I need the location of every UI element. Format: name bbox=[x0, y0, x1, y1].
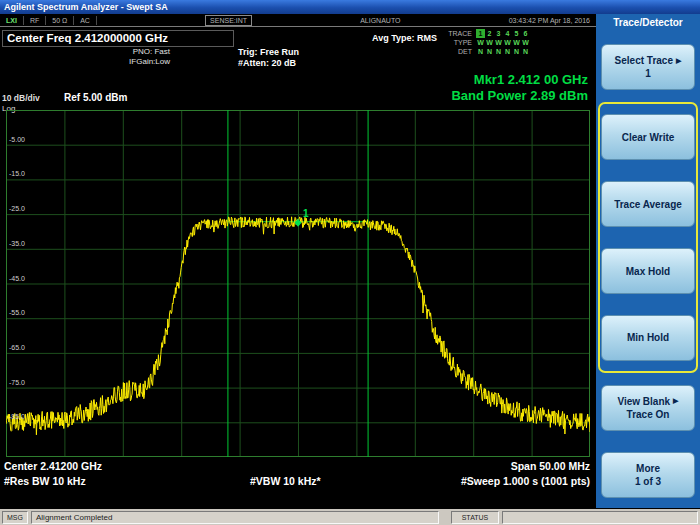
detector-indicator: N bbox=[521, 47, 530, 56]
detector-indicator: N bbox=[476, 47, 485, 56]
spectrum-plot: 1 -5.00-15.0-25.0-35.0-45.0-55.0-65.0-75… bbox=[6, 110, 590, 457]
softkey-max-hold[interactable]: Max Hold bbox=[601, 248, 695, 294]
span-footer: Span 50.00 MHz bbox=[511, 460, 590, 472]
softkey-value: 1 bbox=[645, 68, 651, 79]
trace-type-indicator: W bbox=[521, 38, 530, 47]
vbw-footer: #VBW 10 kHz* bbox=[250, 475, 321, 487]
detector-indicator: N bbox=[485, 47, 494, 56]
msg-label: MSG bbox=[2, 511, 28, 524]
trace-row-label: TRACE bbox=[440, 29, 472, 38]
trigger-block: Trig: Free Run #Atten: 20 dB bbox=[238, 47, 299, 69]
softkey-label: Max Hold bbox=[626, 266, 670, 277]
window-title: Agilent Spectrum Analyzer - Swept SA bbox=[4, 2, 168, 12]
menu-title: Trace/Detector bbox=[596, 14, 700, 34]
trace-types-row: TYPE W W W W W W bbox=[440, 38, 594, 47]
trace-indicator: 6 bbox=[521, 29, 530, 38]
window-title-bar: Agilent Spectrum Analyzer - Swept SA bbox=[0, 0, 700, 14]
softkey-clear-write[interactable]: Clear Write bbox=[601, 114, 695, 160]
type-row-label: TYPE bbox=[440, 38, 472, 47]
detector-indicator: N bbox=[503, 47, 512, 56]
trace-indicator: 1 bbox=[476, 29, 485, 38]
status-label: STATUS bbox=[451, 511, 499, 524]
det-row-label: DET bbox=[440, 47, 472, 56]
marker-readout: Mkr1 2.412 00 GHz Band Power 2.89 dBm bbox=[451, 72, 588, 104]
softkey-min-hold[interactable]: Min Hold bbox=[601, 315, 695, 361]
avg-type-readout: Avg Type: RMS bbox=[372, 33, 437, 43]
softkey-trace-average[interactable]: Trace Average bbox=[601, 181, 695, 227]
coupling-indicator: AC bbox=[74, 16, 97, 25]
pno-ifgain-block: PNO: Fast IFGain:Low bbox=[96, 47, 170, 67]
softkey-label: Min Hold bbox=[627, 332, 669, 343]
display-area: LXI RF 50 Ω AC SENSE:INT ALIGNAUTO 03:43… bbox=[0, 14, 596, 508]
impedance-indicator: 50 Ω bbox=[46, 16, 74, 25]
trace-indicator: 2 bbox=[485, 29, 494, 38]
softkey-menu: Trace/Detector Select Trace ▶ 1 Clear Wr… bbox=[596, 14, 700, 508]
scale-per-div-label: 10 dB/div bbox=[2, 93, 40, 103]
trace-indicator: 5 bbox=[512, 29, 521, 38]
trace-type-indicator: W bbox=[503, 38, 512, 47]
softkey-label: Select Trace bbox=[615, 55, 673, 66]
trace-indicator: 4 bbox=[503, 29, 512, 38]
trace-indicator: 3 bbox=[494, 29, 503, 38]
softkey-label: More bbox=[636, 463, 660, 474]
center-freq-footer: Center 2.41200 GHz bbox=[4, 460, 102, 472]
trace-type-indicator: W bbox=[485, 38, 494, 47]
softkey-page-indicator: 1 of 3 bbox=[635, 476, 661, 487]
softkey-label: Clear Write bbox=[622, 132, 675, 143]
trace-type-indicator: W bbox=[476, 38, 485, 47]
detector-indicator: N bbox=[512, 47, 521, 56]
trace-status-block: TRACE 1 2 3 4 5 6 TYPE W W W W W W DET N… bbox=[440, 29, 594, 56]
detector-indicator: N bbox=[494, 47, 503, 56]
sweep-footer: #Sweep 1.000 s (1001 pts) bbox=[461, 475, 590, 487]
marker-frequency-readout: Mkr1 2.412 00 GHz bbox=[451, 72, 588, 88]
center-freq-readout: Center Freq 2.412000000 GHz bbox=[2, 30, 234, 47]
submenu-arrow-icon: ▶ bbox=[673, 397, 678, 405]
datetime: 03:43:42 PM Apr 18, 2016 bbox=[509, 17, 590, 24]
trigger-readout: Trig: Free Run bbox=[238, 47, 299, 58]
submenu-arrow-icon: ▶ bbox=[676, 57, 681, 65]
sense-indicator: SENSE:INT bbox=[205, 15, 252, 26]
status-message: Alignment Completed bbox=[31, 511, 439, 524]
marker-1-label: 1 bbox=[303, 208, 309, 219]
status-message-bar: MSG Alignment Completed STATUS bbox=[0, 508, 700, 525]
ifgain-readout: IFGain:Low bbox=[96, 57, 170, 67]
softkey-select-trace[interactable]: Select Trace ▶ 1 bbox=[601, 44, 695, 90]
softkey-view-blank[interactable]: View Blank ▶ Trace On bbox=[601, 385, 695, 431]
trace-type-indicator: W bbox=[494, 38, 503, 47]
band-power-readout: Band Power 2.89 dBm bbox=[451, 88, 588, 104]
softkey-label: View Blank bbox=[617, 396, 670, 407]
rf-indicator: RF bbox=[24, 16, 46, 25]
trace-type-group: Clear Write Trace Average Max Hold Min H… bbox=[598, 102, 698, 373]
softkey-value: Trace On bbox=[627, 409, 670, 420]
detector-row: DET N N N N N N bbox=[440, 47, 594, 56]
status-extra-panel bbox=[502, 511, 698, 524]
trace-type-indicator: W bbox=[512, 38, 521, 47]
rbw-footer: #Res BW 10 kHz bbox=[4, 475, 86, 487]
pno-readout: PNO: Fast bbox=[96, 47, 170, 57]
ref-level-label: Ref 5.00 dBm bbox=[64, 92, 127, 103]
instrument-status-bar: LXI RF 50 Ω AC SENSE:INT ALIGNAUTO 03:43… bbox=[0, 14, 596, 27]
softkey-label: Trace Average bbox=[614, 199, 682, 210]
plot-canvas: 1 bbox=[6, 110, 590, 457]
trace-numbers-row: TRACE 1 2 3 4 5 6 bbox=[440, 29, 594, 38]
lxi-indicator: LXI bbox=[0, 16, 24, 25]
spectrum-analyzer-screen: Agilent Spectrum Analyzer - Swept SA LXI… bbox=[0, 0, 700, 525]
softkey-more[interactable]: More 1 of 3 bbox=[601, 452, 695, 498]
align-indicator: ALIGNAUTO bbox=[360, 17, 400, 24]
atten-readout: #Atten: 20 dB bbox=[238, 58, 299, 69]
